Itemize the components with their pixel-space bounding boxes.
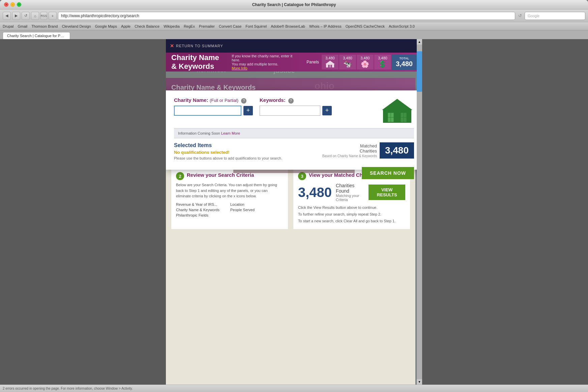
panel-header: Charity Name & Keywords If you know the … <box>166 53 422 72</box>
bookmark-checkbalance[interactable]: Check Balance <box>135 24 159 28</box>
bookmark-opendns[interactable]: OpenDNS CacheCheck <box>346 24 385 28</box>
bookmark-wikipedia[interactable]: Wikipedia <box>164 24 180 28</box>
total-label: TOTAL <box>399 57 409 60</box>
panel-count-2: 3,480 <box>343 56 352 60</box>
back-button[interactable]: ◀ <box>3 12 11 20</box>
info-text: Information Coming Soon <box>178 131 220 135</box>
svg-rect-5 <box>326 64 334 67</box>
criteria-2: Charity Name & Keywords <box>176 208 229 212</box>
svg-rect-6 <box>328 65 330 67</box>
bookmark-drupal[interactable]: Drupal <box>3 24 13 28</box>
rss-button[interactable]: RSS <box>40 12 47 20</box>
search-modal: Charity Name: (Full or Partial) ? + Keyw… <box>166 90 422 170</box>
active-tab[interactable]: Charity Search | Catalogue for Phi... <box>3 32 70 39</box>
matched-charities-label: MatchedCharities <box>322 143 377 153</box>
step3-text: Click the View Results button above to c… <box>298 204 405 224</box>
add-tab-button[interactable]: + <box>49 12 57 20</box>
keywords-help-icon[interactable]: ? <box>288 98 294 104</box>
close-x-icon: ✕ <box>170 43 174 49</box>
panel-hint-line2: You may add multiple terms. <box>232 62 278 66</box>
criteria-0: Revenue & Year of IRS... <box>176 202 229 206</box>
search-now-button[interactable]: SEARCH NOW <box>362 167 414 179</box>
panel-group-3[interactable]: 3,480 🌸 <box>357 55 374 69</box>
dollar-icon: 💲 <box>378 60 387 68</box>
more-info-link[interactable]: More Info <box>232 66 247 70</box>
charity-name-group: Charity Name: (Full or Partial) ? + <box>174 97 253 116</box>
step2-number: 2 <box>176 172 184 180</box>
based-on-label: Based on Charity Name & Keywords <box>322 154 377 158</box>
scrollbar-thumb[interactable] <box>417 51 422 92</box>
panel-group-1[interactable]: 3,480 <box>322 55 339 69</box>
home-button[interactable]: ⌂ <box>31 12 39 20</box>
return-label: RETURN TO SUMMARY <box>176 44 223 48</box>
bookmark-apple[interactable]: Apple <box>121 24 130 28</box>
flower-icon: 🌸 <box>361 60 369 68</box>
view-results-button[interactable]: VIEW RESULTS <box>369 185 405 200</box>
no-qualifications: No qualifications selected! <box>174 150 282 155</box>
bookmark-regex[interactable]: RegEx <box>184 24 195 28</box>
bookmark-adobe[interactable]: Adobe® BrowserLab <box>271 24 305 28</box>
scroll-up[interactable]: ▲ <box>417 39 422 45</box>
forward-button[interactable]: ▶ <box>12 12 20 20</box>
panels-section: Panels 3,480 3,480 🐄 <box>304 55 417 70</box>
status-text: 2 errors occurred in opening the page. F… <box>3 387 133 390</box>
house-icon-area <box>380 97 414 124</box>
criteria-list: Revenue & Year of IRS... Location Charit… <box>176 202 283 217</box>
tab-bar: Charity Search | Catalogue for Phi... <box>0 30 588 39</box>
charities-count: 3,480 <box>298 185 332 200</box>
page-scrollbar[interactable]: ▲ ▼ <box>417 39 422 385</box>
charity-name-input-row: + <box>174 106 253 116</box>
svg-marker-4 <box>325 61 335 64</box>
minimize-button[interactable]: – <box>10 2 15 7</box>
return-to-summary[interactable]: ✕ RETURN TO SUMMARY <box>170 43 223 49</box>
keywords-add-button[interactable]: + <box>322 106 332 115</box>
criteria-4: Philanthropic Fields <box>176 213 229 217</box>
charity-name-help-icon[interactable]: ? <box>241 98 246 104</box>
selected-items-header: Selected Items No qualifications selecte… <box>174 142 414 160</box>
refresh-icon[interactable]: ↺ <box>517 13 523 18</box>
step3-number: 3 <box>298 172 306 180</box>
url-bar[interactable]: http://www.philanthropicdirectory.org/se… <box>58 12 515 20</box>
matched-count-box: 3,480 <box>380 142 414 159</box>
bookmark-gmail[interactable]: Gmail <box>18 24 27 28</box>
bookmarks-bar: Drupal Gmail Thomson Brand Cleveland Des… <box>0 22 588 30</box>
bookmark-premailer[interactable]: Premailer <box>199 24 215 28</box>
browser-content: recreation justice ohio northwest commun… <box>0 39 588 385</box>
scroll-down[interactable]: ▼ <box>417 379 422 385</box>
learn-more-link[interactable]: Learn More <box>221 131 240 135</box>
keywords-input-row: 🔍 + <box>260 106 332 116</box>
bookmark-whois[interactable]: Whois – IP Address <box>309 24 342 28</box>
keywords-input-wrapper: 🔍 <box>260 106 320 116</box>
close-button[interactable]: ✕ <box>4 2 8 7</box>
keywords-label: Keywords: ? <box>260 97 332 104</box>
info-bar: Information Coming Soon Learn More <box>174 128 414 138</box>
panel-count-1: 3,480 <box>325 56 335 60</box>
panel-hint: If you know the charity name, enter it h… <box>232 54 299 70</box>
maximize-button[interactable]: + <box>17 2 21 7</box>
bookmark-actionscript[interactable]: ActionScript 3.0 <box>389 24 415 28</box>
charity-name-input[interactable] <box>174 106 241 116</box>
panel-group-2[interactable]: 3,480 🐄 <box>339 55 356 69</box>
browser-search[interactable]: Google <box>525 12 585 20</box>
bookmark-convertcase[interactable]: Convert Case <box>219 24 241 28</box>
cow-icon: 🐄 <box>343 60 352 68</box>
house-panel-icon <box>325 60 335 68</box>
panels-label: Panels <box>304 60 321 64</box>
panel-group-4[interactable]: 3,480 💲 <box>374 55 391 69</box>
site-header: ✕ RETURN TO SUMMARY <box>166 39 422 53</box>
reload-button[interactable]: ↺ <box>22 12 30 20</box>
criteria-3: People Served <box>230 208 283 212</box>
step2-subtitle: Below are your Search Criteria. You can … <box>176 182 283 199</box>
keywords-input[interactable] <box>260 106 320 116</box>
bookmark-googlemaps[interactable]: Google Maps <box>95 24 117 28</box>
bg-bottom-section: Charity Name & Keywords Revenue & Year o… <box>166 154 415 385</box>
panel-hint-line1: If you know the charity name, enter it h… <box>232 54 299 62</box>
charity-name-add-button[interactable]: + <box>243 106 253 115</box>
panel-title: Charity Name & Keywords <box>171 53 226 71</box>
svg-rect-7 <box>330 65 332 67</box>
main-house-icon <box>380 97 414 124</box>
bookmark-thomson[interactable]: Thomson Brand <box>31 24 58 28</box>
bookmark-cleveland[interactable]: Cleveland Design <box>62 24 91 28</box>
charities-found-box: 3,480 Charities Found Matching your Crit… <box>298 183 405 202</box>
bookmark-fontsquirrel[interactable]: Font Squirrel <box>245 24 267 28</box>
